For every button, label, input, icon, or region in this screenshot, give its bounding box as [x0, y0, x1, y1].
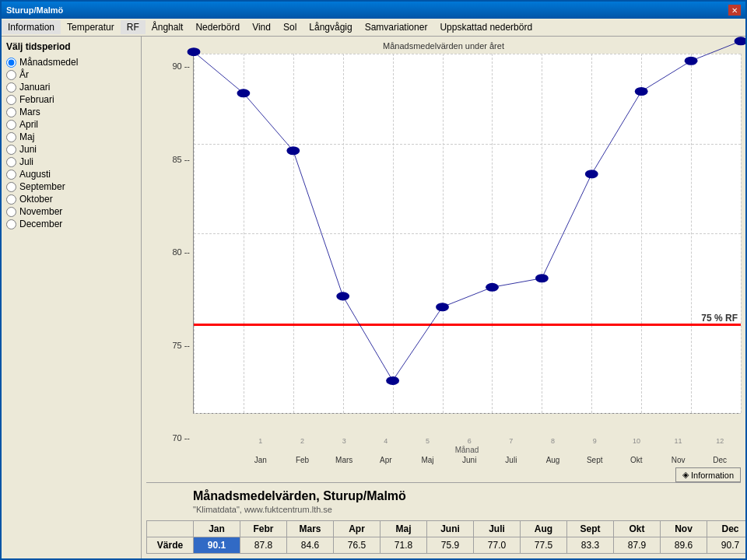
- content-area: Välj tidsperiod MånadsmedelÅrJanuariFebr…: [2, 37, 745, 558]
- y-tick: 80 --: [172, 247, 190, 257]
- chart-dot: [585, 170, 598, 178]
- close-button[interactable]: ✕: [728, 5, 741, 16]
- radio-augusti[interactable]: [6, 170, 16, 180]
- info-btn-area: ◈ Information: [146, 467, 741, 482]
- x-axis-number: 2: [282, 437, 324, 445]
- table-column-header: Aug: [521, 521, 567, 537]
- table-column-header: Maj: [381, 521, 427, 537]
- radio-item-oktober[interactable]: Oktober: [6, 194, 136, 205]
- main-window: Sturup/Malmö ✕ InformationTemperaturRFÅn…: [0, 0, 747, 560]
- radio-item-februari[interactable]: Februari: [6, 94, 136, 105]
- x-axis-number: 3: [323, 437, 365, 445]
- radio-item-augusti[interactable]: Augusti: [6, 169, 136, 180]
- sidebar: Välj tidsperiod MånadsmedelÅrJanuariFebr…: [2, 37, 142, 558]
- radio-februari[interactable]: [6, 95, 16, 105]
- radio-april[interactable]: [6, 120, 16, 130]
- table-column-header: Mars: [287, 521, 334, 537]
- chart-dot: [286, 146, 300, 155]
- table-column-header: Jan: [194, 521, 240, 537]
- radio-label: Juli: [19, 156, 33, 167]
- chart-dot: [535, 274, 549, 282]
- y-axis: 90 --85 --80 --75 --70 --: [146, 54, 193, 466]
- data-table: JanFebrMarsAprMajJuniJuliAugSeptOktNovDe…: [146, 520, 745, 554]
- x-axis-label: Månad: [193, 446, 741, 454]
- radio-januari[interactable]: [6, 82, 16, 93]
- grid-line-h: [194, 413, 741, 414]
- info-button-label: Information: [691, 471, 734, 480]
- window-title: Sturup/Malmö: [6, 5, 63, 15]
- menu-item-temperatur[interactable]: Temperatur: [61, 20, 121, 34]
- radio-label: Januari: [19, 82, 50, 93]
- x-axis-month: Jan: [240, 456, 282, 464]
- radio-item-december[interactable]: December: [6, 219, 136, 229]
- x-axis-month: Sept: [573, 456, 615, 464]
- radio-december[interactable]: [6, 219, 16, 229]
- information-button[interactable]: ◈ Information: [675, 467, 741, 482]
- radio-år[interactable]: [6, 70, 16, 80]
- main-area: Månadsmedelvärden under året 90 --85 --8…: [142, 37, 745, 558]
- radio-item-april[interactable]: April: [6, 119, 136, 130]
- radio-item-mars[interactable]: Mars: [6, 107, 136, 117]
- x-axis-month: Maj: [407, 456, 449, 464]
- radio-juli[interactable]: [6, 157, 16, 167]
- radio-label: September: [19, 181, 65, 192]
- menu-item-samvariationer[interactable]: Samvariationer: [359, 20, 434, 34]
- radio-mars[interactable]: [6, 107, 16, 117]
- menu-item-långvågig[interactable]: Långvågig: [303, 20, 358, 34]
- menu-item-sol[interactable]: Sol: [277, 20, 303, 34]
- x-axis-month: Juli: [490, 456, 532, 464]
- x-axis-number: 1: [240, 437, 282, 445]
- chart-dot: [237, 89, 250, 97]
- radio-item-september[interactable]: September: [6, 181, 136, 192]
- chart-dot: [336, 292, 349, 300]
- x-axis-number: 7: [490, 437, 532, 445]
- radio-månadsmedel[interactable]: [6, 58, 16, 68]
- radio-juni[interactable]: [6, 145, 16, 155]
- x-axis-month: Feb: [282, 456, 324, 464]
- radio-label: Juni: [19, 144, 37, 155]
- radio-item-månadsmedel[interactable]: Månadsmedel: [6, 57, 136, 68]
- menu-item-uppskattad-nederbörd[interactable]: Uppskattad nederbörd: [433, 20, 538, 34]
- radio-item-januari[interactable]: Januari: [6, 82, 136, 93]
- chart-dot: [685, 57, 698, 65]
- radio-november[interactable]: [6, 207, 16, 217]
- radio-item-juli[interactable]: Juli: [6, 156, 136, 167]
- menu-item-ånghalt[interactable]: Ånghalt: [146, 20, 190, 34]
- chart-area: 75 % RF: [193, 54, 741, 414]
- menu-item-nederbörd[interactable]: Nederbörd: [189, 20, 246, 34]
- chart-title: Månadsmedelvärden under året: [146, 41, 741, 51]
- table-column-header: Juli: [474, 521, 521, 537]
- grid-line-v: [741, 54, 742, 413]
- table-cell: 77.5: [521, 537, 567, 554]
- menu-item-rf[interactable]: RF: [121, 20, 146, 34]
- radio-label: Augusti: [19, 169, 51, 180]
- radio-item-november[interactable]: November: [6, 206, 136, 217]
- y-tick: 75 --: [172, 341, 190, 350]
- x-axis-number: 9: [573, 437, 615, 445]
- chart-dot: [635, 87, 648, 96]
- radio-group: MånadsmedelÅrJanuariFebruariMarsAprilMaj…: [6, 57, 136, 229]
- radio-item-maj[interactable]: Maj: [6, 131, 136, 142]
- table-column-header: Apr: [334, 521, 381, 537]
- table-cell: 75.9: [427, 537, 474, 554]
- radio-label: Mars: [19, 107, 40, 117]
- x-axis-month: Apr: [365, 456, 407, 464]
- radio-label: April: [19, 119, 38, 130]
- radio-item-år[interactable]: År: [6, 69, 136, 80]
- x-axis-number: 5: [407, 437, 449, 445]
- menu-item-information[interactable]: Information: [2, 20, 61, 34]
- radio-oktober[interactable]: [6, 194, 16, 205]
- chart-dot: [486, 283, 499, 292]
- radio-item-juni[interactable]: Juni: [6, 144, 136, 155]
- table-cell: 87.9: [614, 537, 661, 554]
- radio-september[interactable]: [6, 182, 16, 192]
- radio-maj[interactable]: [6, 132, 16, 142]
- bottom-title: Månadsmedelvärden, Sturup/Malmö: [146, 489, 741, 503]
- chart-wrapper: 90 --85 --80 --75 --70 -- 75 % RF 123456…: [146, 54, 741, 466]
- radio-label: November: [19, 206, 62, 217]
- menu-item-vind[interactable]: Vind: [246, 20, 277, 34]
- line-chart-svg: [194, 54, 741, 413]
- table-cell: 71.8: [381, 537, 427, 554]
- x-axis-month: Aug: [532, 456, 574, 464]
- bottom-subtitle: "Klimatdata", www.fuktcentrum.lth.se: [146, 505, 741, 514]
